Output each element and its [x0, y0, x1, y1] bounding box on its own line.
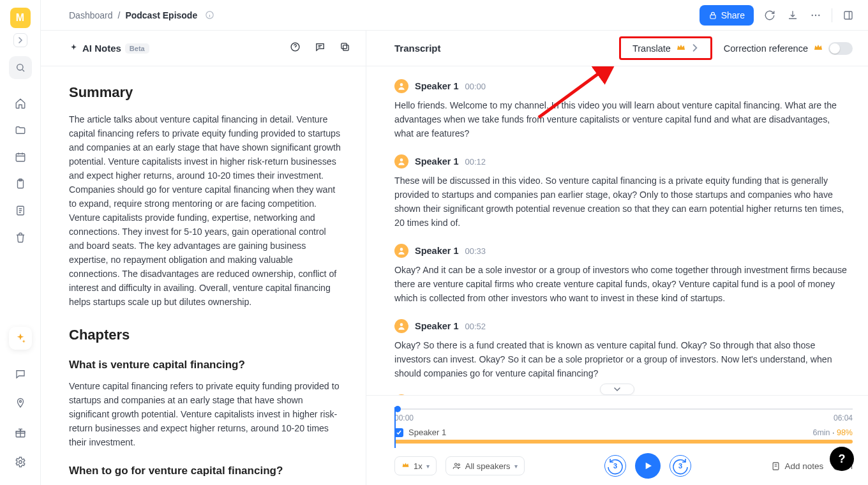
calendar-icon: [15, 151, 26, 163]
speakers-selector[interactable]: All speakers ▾: [445, 456, 525, 475]
crown-icon: [813, 42, 823, 54]
crown-icon: [401, 461, 410, 471]
nav-calendar[interactable]: [9, 146, 32, 168]
note-icon: [771, 461, 781, 471]
speaker-name[interactable]: Speaker 1: [415, 81, 459, 91]
correction-label: Correction reference: [724, 43, 808, 54]
comment-button[interactable]: [315, 41, 326, 55]
nav-chat[interactable]: [9, 362, 32, 385]
expand-sidebar-button[interactable]: [13, 33, 27, 47]
timeline[interactable]: 00:00 06:04 Speaker 1 6min · 98%: [394, 408, 853, 444]
svg-point-5: [19, 401, 21, 403]
ai-sparkle-button[interactable]: [9, 327, 32, 350]
translate-button[interactable]: Translate: [619, 36, 712, 60]
more-button[interactable]: [809, 8, 823, 22]
chapters-heading: Chapters: [69, 327, 343, 343]
transcript-title: Transcript: [394, 43, 441, 54]
brand-logo[interactable]: M: [10, 8, 31, 28]
segment-time[interactable]: 00:33: [465, 246, 486, 256]
chevron-down-icon: [614, 386, 620, 392]
svg-point-23: [454, 463, 457, 466]
left-rail: M: [0, 0, 41, 485]
svg-point-18: [400, 158, 403, 161]
transcript-panel: Transcript Translate Correction referenc…: [366, 31, 868, 485]
clipboard-icon: [15, 178, 26, 190]
gift-icon: [15, 427, 26, 438]
breadcrumb-current[interactable]: Podcast Episode: [125, 10, 197, 20]
nav-doc[interactable]: [9, 199, 32, 222]
nav-gift[interactable]: [9, 421, 32, 444]
segment-text[interactable]: Hello friends. Welcome to my channel. In…: [394, 98, 849, 140]
chevron-down-icon: ▾: [426, 463, 430, 470]
nav-clipboard[interactable]: [9, 172, 32, 195]
nav-settings[interactable]: [9, 451, 32, 474]
chevron-right-icon: [691, 43, 699, 54]
info-icon[interactable]: [205, 10, 214, 20]
speaker-avatar: [394, 394, 408, 395]
play-button[interactable]: [635, 453, 661, 479]
crown-icon: [676, 42, 686, 54]
speaker-avatar: [394, 244, 408, 258]
folder-icon: [15, 124, 26, 136]
translate-label: Translate: [632, 43, 671, 54]
search-button[interactable]: [9, 56, 32, 79]
segment-time[interactable]: 00:00: [465, 82, 486, 91]
speaker-avatar: [394, 79, 408, 93]
timeline-speaker-name: Speaker 1: [408, 428, 446, 437]
copy-button[interactable]: [340, 41, 350, 55]
ai-notes-header: AI Notes Beta: [41, 31, 366, 66]
svg-rect-15: [343, 45, 349, 51]
transcript-segment[interactable]: Speaker 1 00:52 Okay? So there is a fund…: [394, 319, 849, 380]
segment-text[interactable]: Okay? And it can be a sole investor or a…: [394, 263, 849, 305]
nav-trash[interactable]: [9, 226, 32, 249]
top-bar: Dashboard / Podcast Episode Share: [41, 0, 868, 31]
speed-label: 1x: [414, 461, 423, 471]
speaker-name[interactable]: Speaker 1: [415, 246, 459, 256]
skip-fwd-button[interactable]: 3: [670, 455, 691, 477]
svg-point-10: [812, 14, 813, 15]
nav-pin[interactable]: [9, 392, 32, 415]
ai-notes-body[interactable]: Summary The article talks about venture …: [41, 66, 366, 485]
panel-toggle-button[interactable]: [841, 8, 855, 22]
segment-text[interactable]: Okay? So there is a fund created that is…: [394, 338, 849, 380]
add-notes-button[interactable]: Add notes: [771, 461, 823, 471]
search-icon: [15, 63, 26, 73]
download-button[interactable]: [786, 8, 800, 22]
transcript-segment[interactable]: Speaker 1 00:00 Hello friends. Welcome t…: [394, 79, 849, 140]
player-bar: 00:00 06:04 Speaker 1 6min · 98%: [366, 395, 868, 485]
segment-text[interactable]: These will be discussed in this video. S…: [394, 174, 849, 230]
timeline-duration: 6min: [812, 428, 830, 437]
play-icon: [643, 461, 653, 471]
speaker-name[interactable]: Speaker 1: [415, 156, 459, 167]
share-label: Share: [721, 10, 745, 20]
help-button[interactable]: [290, 41, 301, 55]
refresh-button[interactable]: [763, 8, 777, 22]
correction-toggle[interactable]: [828, 42, 853, 55]
speaker-checkbox[interactable]: [394, 428, 403, 437]
svg-point-20: [400, 323, 403, 326]
transcript-segment[interactable]: Speaker 1 00:33 Okay? And it can be a so…: [394, 244, 849, 305]
transcript-body[interactable]: Speaker 1 00:00 Hello friends. Welcome t…: [366, 66, 868, 395]
speaker-name[interactable]: Speaker 1: [415, 321, 459, 331]
beta-badge: Beta: [125, 43, 149, 54]
chapter-title[interactable]: When to go for venture capital financing…: [69, 465, 343, 477]
segment-time[interactable]: 00:12: [465, 157, 486, 167]
speakers-label: All speakers: [465, 461, 511, 471]
share-button[interactable]: Share: [700, 5, 754, 26]
segment-time[interactable]: 00:52: [465, 322, 486, 331]
help-fab[interactable]: ?: [830, 447, 854, 471]
nav-folder[interactable]: [9, 119, 32, 142]
chapter-title[interactable]: What is venture capital financing?: [69, 359, 343, 371]
time-start: 00:00: [394, 414, 414, 422]
breadcrumb-root[interactable]: Dashboard: [69, 10, 113, 20]
transcript-segment[interactable]: Speaker 1 00:12 These will be discussed …: [394, 154, 849, 230]
trash-icon: [15, 232, 26, 243]
svg-point-17: [400, 83, 403, 86]
ai-notes-panel: AI Notes Beta Summary The article talks …: [41, 31, 366, 485]
people-icon: [453, 461, 461, 470]
nav-home[interactable]: [9, 92, 32, 115]
skip-back-button[interactable]: 3: [604, 455, 626, 477]
speed-selector[interactable]: 1x ▾: [394, 456, 437, 475]
svg-point-0: [17, 64, 22, 70]
expand-transcript-button[interactable]: [600, 384, 634, 395]
